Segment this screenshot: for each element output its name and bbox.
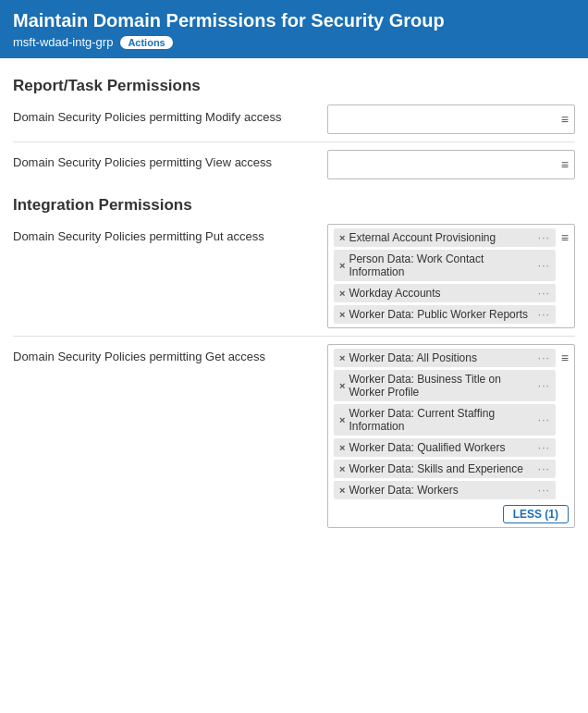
page-header: Maintain Domain Permissions for Security… (0, 0, 588, 58)
remove-tag-icon[interactable]: × (339, 288, 345, 299)
put-access-label: Domain Security Policies permitting Put … (13, 224, 327, 243)
list-icon-view[interactable]: ≡ (561, 157, 569, 172)
tag-more-icon[interactable]: ··· (538, 259, 550, 272)
tag-more-icon[interactable]: ··· (538, 441, 550, 454)
list-item: × External Account Provisioning ··· (334, 228, 556, 247)
list-icon-put[interactable]: ≡ (556, 228, 569, 245)
list-item: × Worker Data: Current Staffing Informat… (334, 404, 556, 436)
modify-access-label: Domain Security Policies permitting Modi… (13, 104, 327, 124)
remove-tag-icon[interactable]: × (339, 232, 345, 243)
group-name: msft-wdad-intg-grp (13, 35, 113, 49)
tag-label: Worker Data: All Positions (349, 351, 533, 364)
put-access-tags: × External Account Provisioning ··· × Pe… (334, 228, 556, 324)
tag-more-icon[interactable]: ··· (538, 351, 550, 364)
tag-more-icon[interactable]: ··· (538, 484, 550, 497)
get-access-tag-container[interactable]: × Worker Data: All Positions ··· × Worke… (327, 344, 575, 528)
remove-tag-icon[interactable]: × (339, 414, 345, 425)
remove-tag-icon[interactable]: × (339, 380, 345, 391)
view-access-input[interactable]: ≡ (327, 150, 575, 179)
tag-label: Worker Data: Qualified Workers (349, 441, 533, 454)
put-access-tag-container[interactable]: × External Account Provisioning ··· × Pe… (327, 224, 575, 328)
tag-more-icon[interactable]: ··· (538, 287, 550, 300)
integration-section: Integration Permissions Domain Security … (13, 196, 575, 535)
tag-label: Person Data: Work Contact Information (349, 252, 533, 278)
view-access-row: Domain Security Policies permitting View… (13, 150, 575, 187)
remove-tag-icon[interactable]: × (339, 442, 345, 453)
actions-button[interactable]: Actions (120, 36, 172, 49)
remove-tag-icon[interactable]: × (339, 352, 345, 363)
list-item: × Person Data: Work Contact Information … (334, 250, 556, 281)
list-item: × Workday Accounts ··· (334, 284, 556, 302)
get-access-row: Domain Security Policies permitting Get … (13, 344, 575, 535)
less-button[interactable]: LESS (1) (503, 505, 569, 523)
list-item: × Worker Data: Public Worker Reports ··· (334, 305, 556, 324)
list-item: × Worker Data: All Positions ··· (334, 349, 556, 367)
modify-access-row: Domain Security Policies permitting Modi… (13, 104, 575, 142)
tag-more-icon[interactable]: ··· (538, 379, 550, 392)
tag-label: Worker Data: Public Worker Reports (349, 308, 533, 321)
tag-more-icon[interactable]: ··· (538, 308, 550, 321)
modify-access-input[interactable]: ≡ (327, 104, 575, 134)
view-access-label: Domain Security Policies permitting View… (13, 150, 327, 169)
list-item: × Worker Data: Skills and Experience ··· (334, 460, 556, 478)
main-content: Report/Task Permissions Domain Security … (0, 58, 588, 552)
remove-tag-icon[interactable]: × (339, 260, 345, 271)
list-item: × Worker Data: Workers ··· (334, 481, 556, 499)
page-title: Maintain Domain Permissions for Security… (13, 9, 575, 31)
report-task-title: Report/Task Permissions (13, 77, 575, 95)
remove-tag-icon[interactable]: × (339, 485, 345, 496)
tag-label: Worker Data: Current Staffing Informatio… (349, 407, 533, 433)
list-item: × Worker Data: Qualified Workers ··· (334, 438, 556, 457)
tag-label: Worker Data: Workers (349, 484, 533, 497)
tag-label: External Account Provisioning (349, 231, 533, 244)
list-item: × Worker Data: Business Title on Worker … (334, 370, 556, 401)
tag-more-icon[interactable]: ··· (538, 413, 550, 426)
tag-more-icon[interactable]: ··· (538, 231, 550, 244)
list-icon-get[interactable]: ≡ (556, 349, 569, 365)
remove-tag-icon[interactable]: × (339, 309, 345, 320)
put-access-row: Domain Security Policies permitting Put … (13, 224, 575, 337)
tag-label: Workday Accounts (349, 287, 533, 300)
tag-label: Worker Data: Business Title on Worker Pr… (349, 373, 533, 399)
report-task-section: Report/Task Permissions Domain Security … (13, 77, 575, 187)
remove-tag-icon[interactable]: × (339, 463, 345, 474)
integration-title: Integration Permissions (13, 196, 575, 215)
tag-more-icon[interactable]: ··· (538, 462, 550, 475)
get-access-tags: × Worker Data: All Positions ··· × Worke… (334, 349, 556, 499)
list-icon-modify[interactable]: ≡ (561, 112, 569, 127)
tag-label: Worker Data: Skills and Experience (349, 462, 533, 475)
get-access-label: Domain Security Policies permitting Get … (13, 344, 327, 363)
